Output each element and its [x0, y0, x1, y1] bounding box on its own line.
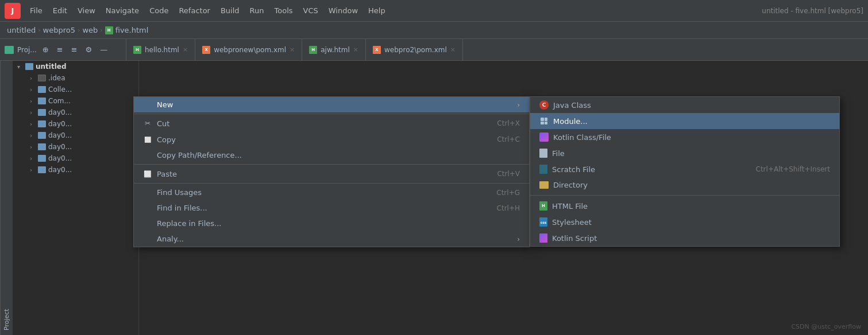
- tree-item-day0-2[interactable]: › day0...: [13, 118, 138, 130]
- ctx-item-findinfiles[interactable]: Find in Files... Ctrl+H: [134, 200, 529, 216]
- sub-item-directory[interactable]: Directory: [530, 177, 839, 193]
- ctx-item-copy[interactable]: Copy Ctrl+C: [134, 131, 529, 147]
- sub-item-htmlfile[interactable]: H HTML File: [530, 198, 839, 214]
- tabs-area: H hello.html × X webpronew\pom.xml × H a…: [126, 39, 868, 60]
- sub-item-kotlinscript[interactable]: Kotlin Script: [530, 230, 839, 246]
- menu-view[interactable]: View: [73, 4, 100, 17]
- sub-label-file: File: [552, 149, 565, 158]
- ctx-item-replaceinfiles[interactable]: Replace in Files...: [134, 216, 529, 231]
- menu-code[interactable]: Code: [145, 4, 173, 17]
- tab-close-4[interactable]: ×: [450, 46, 456, 53]
- menu-window[interactable]: Window: [324, 4, 362, 17]
- tree-item-label-1: .idea: [48, 74, 65, 82]
- menu-file[interactable]: File: [25, 4, 47, 17]
- hide-button[interactable]: —: [98, 44, 110, 55]
- ctx-arrow-new: ›: [517, 101, 520, 109]
- settings-button[interactable]: ⚙: [83, 44, 95, 55]
- sidebar-project-label[interactable]: Project: [0, 61, 13, 335]
- kotlin-class-icon: [539, 133, 549, 142]
- ctx-item-paste[interactable]: ⬜ Paste Ctrl+V: [134, 166, 529, 182]
- tree-item-label-8: day0...: [48, 154, 72, 162]
- ctx-label-analyze: Analy...: [157, 235, 184, 243]
- menu-help[interactable]: Help: [364, 4, 390, 17]
- ctx-item-findusages[interactable]: Find Usages Ctrl+G: [134, 185, 529, 200]
- tree-item-arrow-7: ›: [30, 144, 36, 150]
- tab-xml-icon-2: X: [202, 46, 210, 54]
- tab-close-1[interactable]: ×: [183, 46, 188, 53]
- file-icon: [539, 149, 547, 158]
- sub-label-kotlinclass: Kotlin Class/File: [553, 133, 611, 142]
- java-class-icon: C: [539, 100, 549, 110]
- menu-build[interactable]: Build: [216, 4, 244, 17]
- breadcrumb-web[interactable]: web: [82, 26, 98, 34]
- ctx-shortcut-cut: Ctrl+X: [497, 119, 520, 127]
- tree-item-day0-1[interactable]: › day0...: [13, 107, 138, 118]
- tree-item-idea[interactable]: › .idea: [13, 72, 138, 84]
- tree-item-icon-5: [38, 120, 46, 127]
- tab-close-3[interactable]: ×: [353, 46, 358, 53]
- breadcrumb: untitled › webpro5 › web › H five.html: [0, 22, 868, 39]
- menu-items: File Edit View Navigate Code Refactor Bu…: [25, 4, 762, 17]
- ctx-label-copy: Copy: [157, 135, 176, 144]
- tree-item-colle[interactable]: › Colle...: [13, 84, 138, 95]
- menu-refactor[interactable]: Refactor: [174, 4, 215, 17]
- breadcrumb-webpro5[interactable]: webpro5: [43, 26, 75, 34]
- tab-webpro2-pom[interactable]: X webpro2\pom.xml ×: [366, 39, 463, 60]
- sub-item-module[interactable]: Module...: [530, 113, 839, 129]
- tab-close-2[interactable]: ×: [290, 46, 295, 53]
- sub-label-htmlfile: HTML File: [552, 202, 588, 211]
- tree-item-icon-9: [38, 166, 46, 173]
- sub-item-kotlinclass[interactable]: Kotlin Class/File: [530, 129, 839, 145]
- tree-item-arrow-9: ›: [30, 167, 36, 173]
- menu-vcs[interactable]: VCS: [299, 4, 323, 17]
- breadcrumb-sep-3: ›: [100, 26, 102, 34]
- project-tree-icon: [5, 46, 14, 54]
- css-icon: css: [539, 217, 547, 227]
- tree-root[interactable]: ▾ untitled: [13, 61, 138, 72]
- app-icon: J: [5, 3, 21, 19]
- sub-item-file[interactable]: File: [530, 145, 839, 161]
- tree-item-label-2: Colle...: [48, 85, 72, 94]
- ctx-label-replaceinfiles: Replace in Files...: [157, 219, 221, 228]
- menu-navigate[interactable]: Navigate: [101, 4, 144, 17]
- sub-label-javaclass: Java Class: [553, 101, 591, 110]
- tree-item-day0-6[interactable]: › day0...: [13, 164, 138, 176]
- menu-edit[interactable]: Edit: [48, 4, 72, 17]
- sort-button[interactable]: ≡: [69, 44, 80, 55]
- tab-webpronew-pom[interactable]: X webpronew\pom.xml ×: [195, 39, 302, 60]
- sub-item-stylesheet[interactable]: css Stylesheet: [530, 214, 839, 230]
- ctx-item-new[interactable]: New ›: [134, 97, 529, 112]
- directory-icon: [539, 181, 549, 189]
- menu-tools[interactable]: Tools: [270, 4, 298, 17]
- html-file-icon: H: [539, 201, 547, 211]
- window-title: untitled - five.html [webpro5]: [762, 7, 863, 15]
- ctx-label-cut: Cut: [157, 119, 169, 128]
- ctx-label-new: New: [157, 100, 173, 109]
- tree-root-folder-icon: [25, 63, 33, 70]
- tree-item-day0-4[interactable]: › day0...: [13, 141, 138, 153]
- ctx-item-copypath[interactable]: Copy Path/Reference...: [134, 147, 529, 163]
- sub-item-javaclass[interactable]: C Java Class: [530, 97, 839, 113]
- tab-hello-html[interactable]: H hello.html ×: [126, 39, 195, 60]
- ctx-shortcut-paste: Ctrl+V: [497, 170, 520, 178]
- tab-ajw-html[interactable]: H ajw.html ×: [302, 39, 366, 60]
- tree-item-label-9: day0...: [48, 166, 72, 174]
- collapse-button[interactable]: ≡: [55, 44, 65, 55]
- breadcrumb-file[interactable]: H five.html: [105, 26, 149, 34]
- tree-item-day0-3[interactable]: › day0...: [13, 130, 138, 141]
- ctx-sep-1: [134, 114, 529, 114]
- ctx-item-analyze[interactable]: Analy... ›: [134, 231, 529, 247]
- sub-item-scratch[interactable]: Scratch File Ctrl+Alt+Shift+Insert: [530, 161, 839, 177]
- tree-item-label-7: day0...: [48, 143, 72, 151]
- tree-item-com[interactable]: › Com...: [13, 95, 138, 107]
- tab-html-icon-3: H: [309, 46, 317, 54]
- ctx-item-cut[interactable]: Cut Ctrl+X: [134, 115, 529, 131]
- add-button[interactable]: ⊕: [40, 44, 51, 55]
- menu-run[interactable]: Run: [245, 4, 269, 17]
- module-icon: [539, 116, 549, 126]
- ctx-shortcut-findusages: Ctrl+G: [496, 189, 520, 197]
- project-toolbar: Proj... ⊕ ≡ ≡ ⚙ —: [0, 39, 126, 60]
- breadcrumb-untitled[interactable]: untitled: [7, 26, 36, 34]
- tree-item-day0-5[interactable]: › day0...: [13, 153, 138, 164]
- ctx-arrow-analyze: ›: [517, 235, 520, 243]
